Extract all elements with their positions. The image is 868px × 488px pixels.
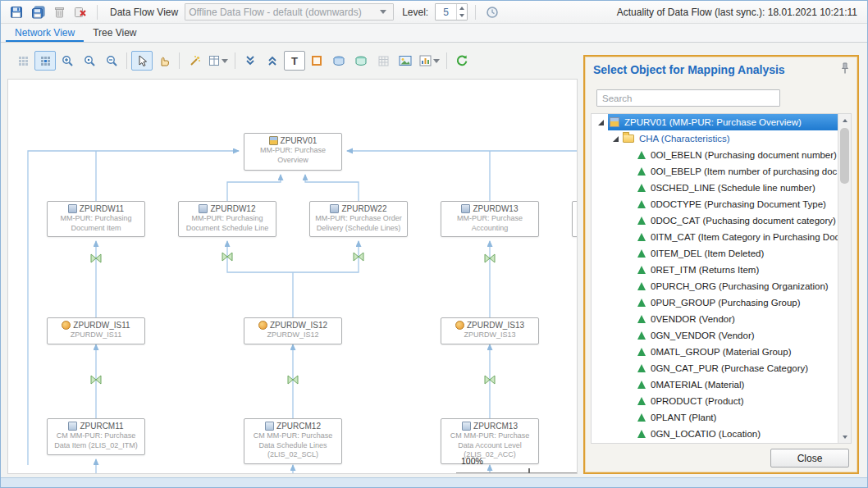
tab-tree-view[interactable]: Tree View xyxy=(84,24,145,42)
delete-icon[interactable] xyxy=(50,3,68,21)
panel-header: Select Object for Mapping Analysis xyxy=(585,57,857,81)
datastore-icon xyxy=(199,204,208,213)
tree-item-label: 0GN_VENDOR (Vendor) xyxy=(651,331,755,340)
column-chooser-icon[interactable] xyxy=(206,51,231,71)
chart-tool-icon[interactable] xyxy=(417,51,442,71)
node-subtitle: ZPURDW_IS13 xyxy=(443,331,537,340)
characteristic-icon xyxy=(637,315,646,323)
pan-tool-icon[interactable] xyxy=(153,51,175,71)
folder-icon xyxy=(623,135,634,143)
diagram-canvas[interactable]: ZPURV01 MM-PUR: Purchase Overview ZPURDW… xyxy=(7,79,578,474)
node-zpurdw-is12[interactable]: ZPURDW_IS12 ZPURDW_IS12 xyxy=(244,317,342,344)
tree-item[interactable]: 0DOCTYPE (Purchasing Document Type) xyxy=(592,196,838,212)
node-zpurdw-is13[interactable]: ZPURDW_IS13 ZPURDW_IS13 xyxy=(441,317,539,344)
grid-small-icon[interactable] xyxy=(372,51,394,71)
save-all-icon[interactable] xyxy=(29,3,47,21)
node-subtitle: MM-PUR: Purchase Order Delivery (Schedul… xyxy=(312,214,405,233)
tree-item[interactable]: 0GN_CAT_PUR (Purchase Category) xyxy=(592,360,838,376)
tree-item[interactable]: 0ITEM_DEL (Item Deleted) xyxy=(592,245,838,262)
text-tool-icon[interactable]: T xyxy=(284,51,305,71)
tree-item[interactable]: 0MATERIAL (Material) xyxy=(592,376,838,393)
snap-grid-icon[interactable] xyxy=(34,51,56,71)
save-icon[interactable] xyxy=(7,3,25,21)
export-image-icon[interactable] xyxy=(395,51,416,71)
pointer-tool-icon[interactable] xyxy=(131,51,153,71)
spin-down-button[interactable] xyxy=(457,12,467,21)
characteristic-icon xyxy=(637,200,646,208)
content-area: T xyxy=(1,43,867,477)
tree-item[interactable]: 0GN_LOCATIO (Location) xyxy=(592,426,838,442)
zoom-out-icon[interactable] xyxy=(101,51,122,71)
spin-up-button[interactable] xyxy=(457,4,467,12)
layers-green-icon[interactable] xyxy=(350,51,372,71)
node-zpurcm11[interactable]: ZPURCM11 CM MM-PUR: Purchase Data Item (… xyxy=(47,418,145,455)
tree-item[interactable]: 0MATL_GROUP (Material Group) xyxy=(592,344,838,360)
node-subtitle: MM-PUR: Purchase Overview xyxy=(246,146,340,165)
tree-item[interactable]: 0OI_EBELN (Purchasing document number) xyxy=(592,147,838,163)
infosource-icon xyxy=(455,321,464,330)
tree-item[interactable]: 0GN_VENDOR (Vendor) xyxy=(592,327,838,344)
expander-icon[interactable] xyxy=(613,136,619,142)
zoom-slider-handle[interactable] xyxy=(528,468,530,474)
tab-network-view[interactable]: Network View xyxy=(6,24,84,42)
tree-folder-cha[interactable]: CHA (Characteristics) xyxy=(592,130,838,147)
tree-item-label: 0OI_EBELN (Purchasing document number) xyxy=(651,150,837,160)
chevrons-down-icon[interactable] xyxy=(240,51,261,71)
layers-blue-icon[interactable] xyxy=(328,51,349,71)
node-zpurdw12[interactable]: ZPURDW12 MM-PUR: Purchasing Document Sch… xyxy=(178,201,276,237)
separator xyxy=(475,5,476,20)
characteristic-icon xyxy=(637,233,646,241)
node-zpurcm12[interactable]: ZPURCM12 CM MM-PUR: Purchase Data Schedu… xyxy=(244,418,342,464)
tree-item[interactable]: 0OI_EBELP (Item number of purchasing doc… xyxy=(592,163,838,180)
node-partial[interactable] xyxy=(572,201,578,237)
scroll-down-button[interactable] xyxy=(838,431,851,443)
node-zpurdw22[interactable]: ZPURDW22 MM-PUR: Purchase Order Delivery… xyxy=(309,201,408,237)
tree-item-label: 0PRODUCT (Product) xyxy=(651,396,744,406)
tree-item[interactable]: 0PUR_GROUP (Purchasing Group) xyxy=(592,294,838,311)
delete-data-flow-icon[interactable] xyxy=(71,3,89,21)
zoom-in-icon[interactable] xyxy=(57,51,78,71)
node-zpurv01[interactable]: ZPURV01 MM-PUR: Purchase Overview xyxy=(244,133,342,171)
sync-status-icon[interactable] xyxy=(483,3,501,21)
vertical-scrollbar[interactable] xyxy=(838,114,851,443)
node-zpurdw13[interactable]: ZPURDW13 MM-PUR: Purchase Accounting xyxy=(441,201,539,237)
characteristic-icon xyxy=(637,167,646,176)
grid-icon[interactable] xyxy=(12,51,34,71)
auto-layout-icon[interactable] xyxy=(184,51,205,71)
close-button[interactable]: Close xyxy=(770,449,849,467)
scrollbar-thumb[interactable] xyxy=(840,128,849,184)
tree-item-label: 0DOCTYPE (Purchasing Document Type) xyxy=(651,199,826,209)
zoom-slider[interactable] xyxy=(456,472,578,473)
node-title: ZPURDW_IS11 xyxy=(73,321,130,330)
search-input[interactable] xyxy=(596,89,780,107)
tree-item[interactable]: 0ITM_CAT (Item Category in Purchasing Do… xyxy=(592,229,838,245)
frame-tool-icon[interactable] xyxy=(306,51,327,71)
tree-item-partial[interactable] xyxy=(592,442,838,443)
level-spinner[interactable]: 5 xyxy=(435,3,468,21)
pin-icon[interactable] xyxy=(839,62,851,75)
refresh-icon[interactable] xyxy=(451,51,473,71)
actuality-label: Actuality of Data Flow (last sync.): 18.… xyxy=(617,7,861,18)
tree-item[interactable]: 0PURCH_ORG (Purchasing Organization) xyxy=(592,278,838,294)
tree-item[interactable]: 0PRODUCT (Product) xyxy=(592,393,838,409)
data-flow-combobox[interactable]: Offline Data Flow - default (downwards) xyxy=(185,3,394,21)
node-zpurcm13[interactable]: ZPURCM13 CM MM-PUR: Purchase Data Accoun… xyxy=(441,418,539,464)
node-title: ZPURDW13 xyxy=(473,204,518,213)
tree-item[interactable]: 0DOC_CAT (Puchasing document category) xyxy=(592,212,838,229)
tree-item-label: 0SCHED_LINE (Schedule line number) xyxy=(651,183,815,193)
tree-item[interactable]: 0VENDOR (Vendor) xyxy=(592,311,838,327)
node-zpurdw11[interactable]: ZPURDW11 MM-PUR: Purchasing Document Ite… xyxy=(47,201,145,237)
zoom-original-icon[interactable] xyxy=(79,51,100,71)
expander-icon[interactable] xyxy=(598,120,604,125)
chevron-down-icon[interactable] xyxy=(377,10,390,14)
separator xyxy=(235,52,235,69)
scroll-up-button[interactable] xyxy=(838,114,851,126)
tree-item[interactable]: 0SCHED_LINE (Schedule line number) xyxy=(592,180,838,196)
chevron-down-icon xyxy=(433,59,440,63)
tree-root-zpurv01[interactable]: ZPURV01 (MM-PUR: Purchase Overview) xyxy=(592,114,838,130)
tree-item[interactable]: 0PLANT (Plant) xyxy=(592,409,838,426)
tree-item[interactable]: 0RET_ITM (Returns Item) xyxy=(592,262,838,278)
node-zpurdw-is11[interactable]: ZPURDW_IS11 ZPURDW_IS11 xyxy=(47,317,145,344)
separator xyxy=(126,52,127,69)
chevrons-up-icon[interactable] xyxy=(262,51,283,71)
